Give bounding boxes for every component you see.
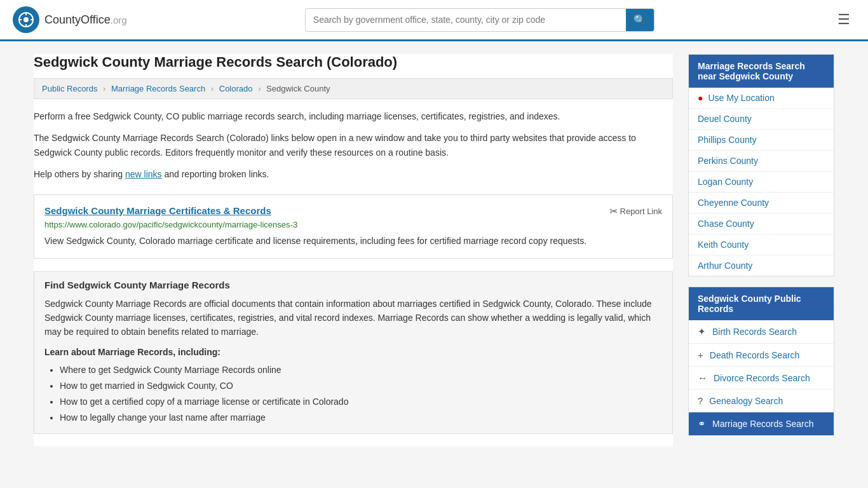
- birth-icon: ✦: [698, 326, 706, 337]
- menu-button[interactable]: ☰: [832, 9, 855, 30]
- sidebar-nearby-chase[interactable]: Chase County: [689, 214, 834, 234]
- sidebar: Marriage Records Search near Sedgwick Co…: [688, 54, 834, 446]
- breadcrumb-colorado[interactable]: Colorado: [219, 84, 253, 93]
- search-input[interactable]: [306, 10, 626, 30]
- arthur-county-link[interactable]: Arthur County: [698, 261, 752, 271]
- birth-records-item[interactable]: ✦ Birth Records Search: [689, 320, 834, 344]
- learn-list: Where to get Sedgwick County Marriage Re…: [44, 362, 662, 426]
- record-header: Sedgwick County Marriage Certificates & …: [44, 205, 662, 220]
- perkins-county-link[interactable]: Perkins County: [698, 156, 758, 166]
- list-item: How to get married in Sedgwick County, C…: [60, 378, 662, 394]
- genealogy-item[interactable]: ? Genealogy Search: [689, 390, 834, 412]
- breadcrumb-marriage-records-search[interactable]: Marriage Records Search: [111, 84, 205, 93]
- list-item: Where to get Sedgwick County Marriage Re…: [60, 362, 662, 378]
- use-location-item[interactable]: ● Use My Location: [689, 88, 834, 109]
- genealogy-icon: ?: [698, 395, 703, 406]
- death-records-link[interactable]: Death Records Search: [710, 350, 800, 360]
- main-content: Sedgwick County Marriage Records Search …: [34, 54, 673, 446]
- find-body: Sedgwick County Marriage Records are off…: [44, 297, 662, 339]
- svg-point-1: [24, 17, 29, 22]
- breadcrumb-current: Sedgwick County: [266, 84, 330, 93]
- logo-icon: [13, 6, 39, 33]
- cheyenne-county-link[interactable]: Cheyenne County: [698, 198, 769, 208]
- nearby-section: Marriage Records Search near Sedgwick Co…: [688, 54, 834, 276]
- list-item: How to legally change your last name aft…: [60, 410, 662, 426]
- use-location-link[interactable]: Use My Location: [708, 93, 774, 103]
- location-icon: ●: [698, 93, 703, 103]
- birth-records-link[interactable]: Birth Records Search: [712, 327, 797, 337]
- keith-county-link[interactable]: Keith County: [698, 240, 749, 250]
- learn-title: Learn about Marriage Records, including:: [44, 347, 662, 357]
- breadcrumb-public-records[interactable]: Public Records: [42, 84, 97, 93]
- death-icon: +: [698, 349, 703, 360]
- breadcrumb: Public Records › Marriage Records Search…: [34, 78, 673, 99]
- divorce-records-link[interactable]: Divorce Records Search: [714, 373, 810, 383]
- genealogy-link[interactable]: Genealogy Search: [709, 396, 783, 406]
- list-item: How to get a certified copy of a marriag…: [60, 394, 662, 410]
- intro-para2: The Sedgwick County Marriage Records Sea…: [34, 131, 673, 159]
- death-records-item[interactable]: + Death Records Search: [689, 344, 834, 367]
- find-title: Find Sedgwick County Marriage Records: [44, 280, 662, 290]
- public-records-section: Sedgwick County Public Records ✦ Birth R…: [688, 287, 834, 436]
- page-title: Sedgwick County Marriage Records Search …: [34, 54, 673, 71]
- sidebar-nearby-keith[interactable]: Keith County: [689, 234, 834, 255]
- deuel-county-link[interactable]: Deuel County: [698, 114, 752, 124]
- sidebar-nearby-perkins[interactable]: Perkins County: [689, 151, 834, 172]
- record-url: https://www.colorado.gov/pacific/sedgwic…: [44, 220, 662, 229]
- sidebar-nearby-logan[interactable]: Logan County: [689, 172, 834, 193]
- chase-county-link[interactable]: Chase County: [698, 219, 754, 229]
- logan-county-link[interactable]: Logan County: [698, 177, 753, 187]
- divorce-icon: ↔: [698, 372, 707, 383]
- logo-text: CountyOffice.org: [44, 13, 127, 27]
- intro-para3: Help others by sharing new links and rep…: [34, 167, 673, 181]
- search-button[interactable]: 🔍: [626, 9, 654, 31]
- intro-para1: Perform a free Sedgwick County, CO publi…: [34, 109, 673, 123]
- sidebar-nearby-arthur[interactable]: Arthur County: [689, 255, 834, 276]
- search-bar: 🔍: [305, 8, 654, 32]
- new-links-link[interactable]: new links: [125, 169, 162, 179]
- sidebar-nearby-deuel[interactable]: Deuel County: [689, 109, 834, 130]
- marriage-icon: ⚭: [698, 418, 706, 430]
- sidebar-nearby-phillips[interactable]: Phillips County: [689, 130, 834, 151]
- header: CountyOffice.org 🔍 ☰: [0, 0, 868, 41]
- nearby-header: Marriage Records Search near Sedgwick Co…: [689, 55, 834, 88]
- marriage-records-item[interactable]: ⚭ Marriage Records Search: [689, 412, 834, 435]
- find-section: Find Sedgwick County Marriage Records Se…: [34, 271, 673, 435]
- record-card: Sedgwick County Marriage Certificates & …: [34, 194, 673, 259]
- phillips-county-link[interactable]: Phillips County: [698, 135, 757, 145]
- record-title[interactable]: Sedgwick County Marriage Certificates & …: [44, 205, 271, 216]
- content-wrap: Sedgwick County Marriage Records Search …: [21, 41, 847, 459]
- marriage-records-link[interactable]: Marriage Records Search: [712, 419, 814, 429]
- record-description: View Sedgwick County, Colorado marriage …: [44, 234, 662, 248]
- divorce-records-item[interactable]: ↔ Divorce Records Search: [689, 367, 834, 390]
- scissors-icon: ✂: [609, 205, 618, 217]
- public-records-header: Sedgwick County Public Records: [689, 287, 834, 320]
- logo-area: CountyOffice.org: [13, 6, 127, 33]
- sidebar-nearby-cheyenne[interactable]: Cheyenne County: [689, 193, 834, 214]
- report-link-button[interactable]: ✂ Report Link: [609, 205, 662, 217]
